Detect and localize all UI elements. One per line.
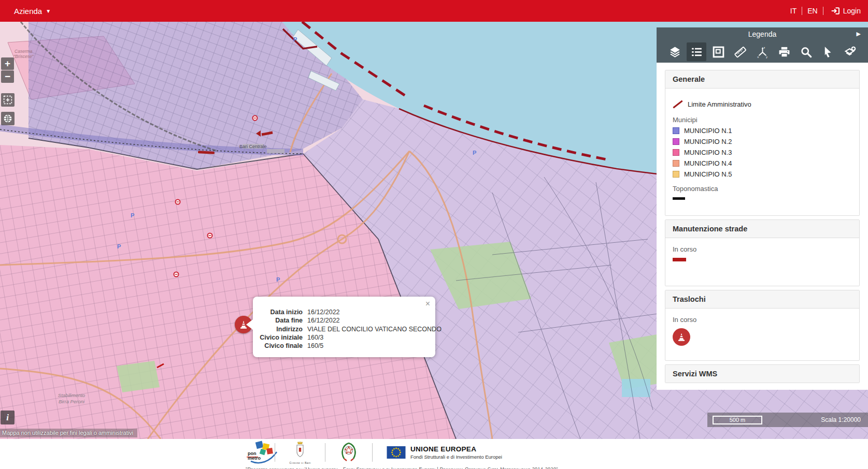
xyz-axes-icon: z x y: [756, 46, 769, 58]
sign-in-icon: [831, 6, 840, 16]
svg-text:z: z: [763, 46, 765, 49]
brand-label: Azienda: [14, 7, 42, 16]
traffic-cone-icon: [675, 331, 688, 343]
footer-logos: pon metro Comune di Bari: [246, 441, 558, 464]
field-label: Data fine: [259, 316, 303, 325]
print-icon: [778, 46, 791, 58]
pointer-button[interactable]: [818, 42, 838, 61]
eu-subtitle: Fondi Strutturali e di Investimento Euro…: [410, 454, 502, 460]
color-swatch: [673, 149, 679, 156]
zoom-out-button[interactable]: −: [1, 70, 14, 83]
home-extent-button[interactable]: [1, 112, 15, 125]
popup-row: Indirizzo VIALE DEL CONCILIO VATICANO SE…: [259, 325, 431, 333]
field-value: 16/12/2022: [307, 308, 431, 316]
legend-item-municipio-5: MUNICIPIO N.5: [673, 170, 852, 178]
field-label: Civico iniziale: [259, 333, 303, 342]
parking-icon: P: [293, 36, 297, 42]
pon-label-2: metro: [248, 456, 261, 461]
scale-ratio: Scala 1:20000: [821, 416, 861, 423]
legend-item-limite: Limite Amministrativo: [673, 99, 852, 109]
pon-metro-logo: pon metro: [246, 441, 261, 464]
legend-card-manutenzione: Manutenzione strade In corso: [665, 219, 860, 286]
search-button[interactable]: [796, 42, 816, 61]
legend-list-icon: [690, 46, 703, 58]
legend-item-label: MUNICIPIO N.5: [684, 170, 732, 178]
comune-di-bari-logo: Comune di Bari: [289, 441, 311, 464]
legend-card-generale: Generale Limite Amministrativo Municipi …: [665, 70, 860, 216]
globe-icon: [3, 113, 13, 124]
chevron-down-icon: ▼: [46, 8, 51, 14]
zoom-in-button[interactable]: +: [1, 57, 14, 70]
legend-title: Legenda: [748, 30, 777, 38]
add-layer-icon: [844, 46, 857, 58]
popup-row: Civico finale 160/5: [259, 342, 431, 350]
legend-item-label: MUNICIPIO N.4: [684, 159, 732, 167]
color-swatch: [673, 138, 679, 145]
legend-item-municipio-4: MUNICIPIO N.4: [673, 159, 852, 167]
brand-menu[interactable]: Azienda ▼: [14, 7, 51, 16]
panel-collapse-arrow-icon[interactable]: ▶: [857, 31, 861, 37]
legend-titlebar: Legenda ▶: [657, 27, 868, 41]
print-button[interactable]: [774, 42, 794, 61]
login-button[interactable]: Login: [823, 6, 861, 16]
field-label: Civico finale: [259, 342, 303, 350]
line-swatch-maintenance: [673, 258, 686, 261]
search-icon: [800, 46, 813, 58]
parking-icon: P: [473, 150, 476, 156]
lang-en-button[interactable]: EN: [802, 7, 822, 15]
lang-it-button[interactable]: IT: [785, 7, 802, 15]
measure-button[interactable]: [731, 42, 750, 61]
legend-item-label: MUNICIPIO N.3: [684, 149, 732, 156]
layers-icon: [668, 46, 681, 58]
legend-toolbar: z x y: [657, 41, 868, 63]
top-navbar: Azienda ▼ IT EN Login: [0, 0, 868, 22]
legend-content: Generale Limite Amministrativo Municipi …: [657, 63, 868, 390]
group-label-municipi: Municipi: [673, 116, 852, 124]
legend-panel: Legenda ▶: [657, 27, 868, 390]
field-label: Data inizio: [259, 308, 303, 316]
popup-tail: [246, 319, 253, 330]
card-body-manutenzione: In corso: [665, 238, 859, 286]
eu-flag-icon: [387, 446, 406, 459]
zoom-box-button[interactable]: [1, 93, 15, 107]
popup-row: Data inizio 16/12/2022: [259, 308, 431, 316]
repubblica-italiana-logo: [339, 441, 358, 464]
login-label: Login: [843, 7, 861, 15]
comune-caption: Comune di Bari: [289, 461, 311, 464]
legend-card-traslochi: Traslochi In corso: [665, 290, 860, 361]
field-value: 160/5: [307, 342, 431, 350]
box-select-icon: [2, 94, 13, 106]
cursor-icon: [821, 46, 834, 58]
coordinates-button[interactable]: z x y: [752, 42, 772, 61]
map-extent-button[interactable]: [709, 42, 729, 61]
footer: pon metro Comune di Bari: [0, 439, 868, 469]
close-icon[interactable]: ×: [425, 300, 430, 308]
roadworks-badge: [673, 328, 690, 346]
repubblica-italiana-emblem-icon: [339, 441, 358, 462]
add-layer-button[interactable]: [840, 42, 860, 61]
map-attribution: Mappa non utilizzabile per fini legali o…: [0, 429, 137, 437]
legend-item-municipio-3: MUNICIPIO N.3: [673, 149, 852, 156]
map-extent-icon: [712, 46, 725, 58]
card-header-manutenzione[interactable]: Manutenzione strade: [665, 220, 859, 238]
info-button[interactable]: i: [1, 411, 15, 424]
field-value: VIALE DEL CONCILIO VATICANO SECONDO: [307, 325, 442, 333]
card-header-generale[interactable]: Generale: [665, 70, 859, 89]
top-right-menu: IT EN Login: [785, 6, 861, 16]
card-header-wms[interactable]: Servizi WMS: [665, 365, 859, 383]
divider: [372, 443, 373, 462]
legend-item-municipio-2: MUNICIPIO N.2: [673, 138, 852, 145]
scalebar-distance: 500 m: [713, 416, 762, 424]
line-swatch-toponomastica: [673, 197, 685, 200]
status-label: In corso: [673, 245, 852, 253]
layers-button[interactable]: [665, 42, 685, 61]
line-swatch: [673, 99, 683, 109]
parking-icon: P: [117, 243, 121, 250]
feature-popup: × Data inizio 16/12/2022 Data fine 16/12…: [253, 297, 435, 357]
card-header-traslochi[interactable]: Traslochi: [665, 290, 859, 309]
legend-item-label: MUNICIPIO N.1: [684, 127, 732, 135]
legend-list-button[interactable]: [687, 42, 706, 61]
eu-title: UNIONE EUROPEA: [410, 445, 502, 453]
legend-item-label: MUNICIPIO N.2: [684, 138, 732, 145]
color-swatch: [673, 160, 679, 167]
